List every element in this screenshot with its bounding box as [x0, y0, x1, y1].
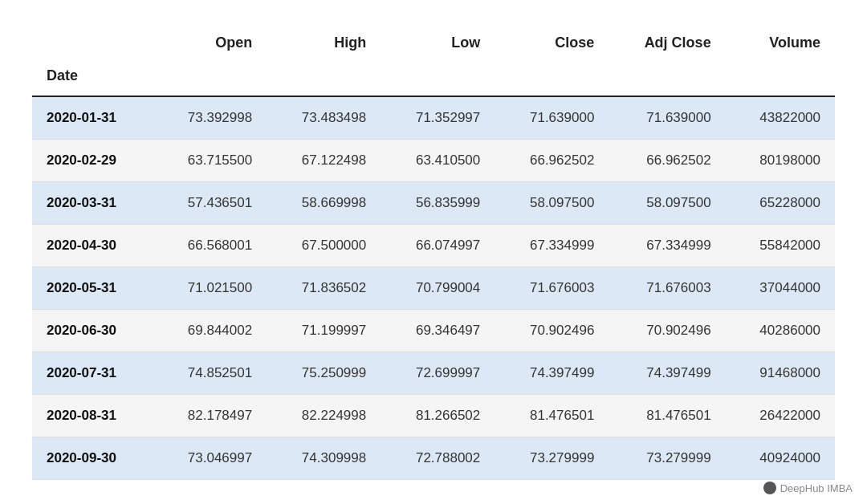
cell-high: 75.250999 — [267, 352, 381, 394]
cell-low: 69.346497 — [381, 309, 495, 352]
cell-date: 2020-08-31 — [32, 394, 153, 437]
table-row: 2020-02-2963.71550067.12249863.41050066.… — [32, 139, 835, 181]
col-header-open: Open — [153, 25, 267, 61]
cell-open: 74.852501 — [153, 352, 267, 394]
cell-date: 2020-02-29 — [32, 139, 153, 181]
table-row: 2020-06-3069.84400271.19999769.34649770.… — [32, 309, 835, 352]
table-body: 2020-01-3173.39299873.48349871.35299771.… — [32, 96, 835, 480]
cell-volume: 43822000 — [726, 96, 835, 140]
cell-close: 70.902496 — [495, 309, 609, 352]
watermark-icon — [763, 482, 776, 494]
table-row: 2020-04-3066.56800167.50000066.07499767.… — [32, 224, 835, 266]
cell-adj_close: 70.902496 — [609, 309, 725, 352]
cell-low: 81.266502 — [381, 394, 495, 437]
cell-high: 71.199997 — [267, 309, 381, 352]
cell-high: 82.224998 — [267, 394, 381, 437]
cell-volume: 26422000 — [726, 394, 835, 437]
date-subheader: Date — [32, 61, 835, 96]
table-row: 2020-01-3173.39299873.48349871.35299771.… — [32, 96, 835, 140]
col-header-volume: Volume — [726, 25, 835, 61]
cell-volume: 80198000 — [726, 139, 835, 181]
watermark: DeepHub IMBA — [763, 482, 853, 494]
cell-low: 70.799004 — [381, 266, 495, 309]
cell-low: 66.074997 — [381, 224, 495, 266]
cell-volume: 55842000 — [726, 224, 835, 266]
cell-close: 74.397499 — [495, 352, 609, 394]
cell-high: 67.122498 — [267, 139, 381, 181]
table-row: 2020-08-3182.17849782.22499881.26650281.… — [32, 394, 835, 437]
cell-close: 66.962502 — [495, 139, 609, 181]
table-container: Open High Low Close Adj Close Volume Dat… — [32, 25, 835, 480]
cell-high: 73.483498 — [267, 96, 381, 140]
table-row: 2020-07-3174.85250175.25099972.69999774.… — [32, 352, 835, 394]
cell-close: 73.279999 — [495, 437, 609, 479]
cell-close: 58.097500 — [495, 181, 609, 224]
cell-adj_close: 71.676003 — [609, 266, 725, 309]
table-row: 2020-05-3171.02150071.83650270.79900471.… — [32, 266, 835, 309]
col-header-low: Low — [381, 25, 495, 61]
cell-low: 72.788002 — [381, 437, 495, 479]
cell-open: 73.046997 — [153, 437, 267, 479]
cell-close: 71.676003 — [495, 266, 609, 309]
cell-adj_close: 81.476501 — [609, 394, 725, 437]
table-row: 2020-03-3157.43650158.66999856.83599958.… — [32, 181, 835, 224]
col-header-adj-close: Adj Close — [609, 25, 725, 61]
cell-adj_close: 58.097500 — [609, 181, 725, 224]
watermark-text: DeepHub IMBA — [780, 482, 853, 494]
cell-date: 2020-05-31 — [32, 266, 153, 309]
cell-high: 67.500000 — [267, 224, 381, 266]
date-subheader-row: Date — [32, 61, 835, 96]
cell-low: 63.410500 — [381, 139, 495, 181]
cell-low: 72.699997 — [381, 352, 495, 394]
cell-date: 2020-03-31 — [32, 181, 153, 224]
cell-date: 2020-06-30 — [32, 309, 153, 352]
cell-high: 71.836502 — [267, 266, 381, 309]
cell-volume: 65228000 — [726, 181, 835, 224]
column-header-row: Open High Low Close Adj Close Volume — [32, 25, 835, 61]
cell-date: 2020-01-31 — [32, 96, 153, 140]
cell-adj_close: 67.334999 — [609, 224, 725, 266]
cell-open: 82.178497 — [153, 394, 267, 437]
cell-adj_close: 71.639000 — [609, 96, 725, 140]
cell-high: 58.669998 — [267, 181, 381, 224]
cell-open: 63.715500 — [153, 139, 267, 181]
col-header-empty — [32, 25, 153, 61]
cell-close: 71.639000 — [495, 96, 609, 140]
cell-adj_close: 74.397499 — [609, 352, 725, 394]
cell-close: 67.334999 — [495, 224, 609, 266]
col-header-high: High — [267, 25, 381, 61]
cell-high: 74.309998 — [267, 437, 381, 479]
cell-open: 69.844002 — [153, 309, 267, 352]
cell-date: 2020-04-30 — [32, 224, 153, 266]
cell-volume: 40286000 — [726, 309, 835, 352]
cell-volume: 37044000 — [726, 266, 835, 309]
cell-date: 2020-07-31 — [32, 352, 153, 394]
cell-adj_close: 73.279999 — [609, 437, 725, 479]
cell-date: 2020-09-30 — [32, 437, 153, 479]
cell-adj_close: 66.962502 — [609, 139, 725, 181]
cell-open: 71.021500 — [153, 266, 267, 309]
cell-low: 56.835999 — [381, 181, 495, 224]
cell-volume: 40924000 — [726, 437, 835, 479]
cell-volume: 91468000 — [726, 352, 835, 394]
cell-close: 81.476501 — [495, 394, 609, 437]
col-header-close: Close — [495, 25, 609, 61]
cell-open: 66.568001 — [153, 224, 267, 266]
cell-open: 57.436501 — [153, 181, 267, 224]
data-table: Open High Low Close Adj Close Volume Dat… — [32, 25, 835, 480]
table-row: 2020-09-3073.04699774.30999872.78800273.… — [32, 437, 835, 479]
cell-low: 71.352997 — [381, 96, 495, 140]
cell-open: 73.392998 — [153, 96, 267, 140]
